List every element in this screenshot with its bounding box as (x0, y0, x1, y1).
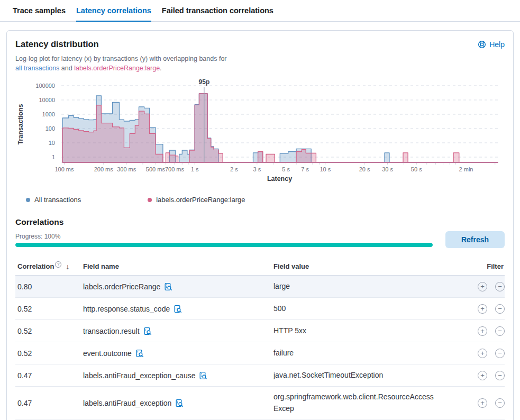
tab-label: Failed transaction correlations (162, 6, 273, 15)
inspect-field-icon[interactable] (199, 371, 207, 380)
table-row: 0.80 labels.orderPriceRange large + − (15, 276, 505, 298)
field-value: large (273, 276, 437, 297)
svg-text:2 min: 2 min (459, 166, 473, 172)
svg-text:10: 10 (49, 140, 55, 146)
svg-text:30 s: 30 s (382, 166, 393, 172)
description-conjunction: and (59, 65, 74, 72)
latency-distribution-chart[interactable]: 100000100001000100101100 ms200 ms300 ms5… (15, 79, 505, 185)
filter-in-icon[interactable]: + (478, 326, 487, 336)
field-value: java.net.SocketTimeoutException (273, 365, 437, 386)
field-name: labels.antiFraud_exception_cause (83, 371, 195, 380)
tab-failed-transaction-correlations[interactable]: Failed transaction correlations (162, 0, 273, 22)
svg-text:5 s: 5 s (282, 166, 290, 172)
filter-out-icon[interactable]: − (495, 398, 505, 408)
correlation-value: 0.80 (15, 282, 83, 291)
field-value: 500 (273, 298, 437, 319)
question-tooltip-icon[interactable]: ? (55, 261, 61, 268)
field-value: org.springframework.web.client.ResourceA… (273, 387, 437, 419)
field-value: HTTP 5xx (273, 321, 437, 342)
inspect-field-icon[interactable] (143, 327, 152, 335)
svg-text:100: 100 (45, 125, 55, 132)
all-transactions-link[interactable]: all transactions (15, 65, 59, 72)
svg-text:500 ms: 500 ms (146, 166, 166, 172)
description-period: . (160, 65, 161, 72)
field-value: failure (273, 343, 437, 364)
help-link[interactable]: Help (478, 40, 505, 49)
correlation-value: 0.52 (15, 305, 83, 313)
sort-descending-icon: ↓ (66, 262, 69, 271)
correlations-tab-bar: Trace samples Latency correlations Faile… (0, 0, 520, 22)
column-header-field-name: Field name (83, 262, 273, 270)
filter-in-icon[interactable]: + (478, 304, 487, 314)
filter-in-icon[interactable]: + (478, 282, 487, 291)
svg-text:Latency: Latency (267, 175, 292, 182)
filter-out-icon[interactable]: − (495, 304, 505, 314)
column-header-correlation[interactable]: Correlation ? ↓ (15, 262, 83, 271)
svg-text:1000: 1000 (42, 111, 55, 117)
tab-label: Latency correlations (76, 6, 151, 15)
legend-label: labels.orderPriceRange:large (156, 196, 245, 204)
correlation-header-label: Correlation (17, 262, 54, 270)
svg-text:300 ms: 300 ms (117, 166, 136, 172)
table-row: 0.47 labels.antiFraud_exception org.spri… (15, 387, 505, 419)
svg-text:1: 1 (52, 154, 55, 160)
correlation-value: 0.47 (15, 371, 83, 380)
svg-text:10 s: 10 s (320, 166, 331, 172)
filter-out-icon[interactable]: − (495, 371, 505, 380)
table-header-row: Correlation ? ↓ Field name Field value F… (15, 258, 505, 276)
help-label: Help (489, 40, 505, 49)
legend-item-order-price-range[interactable]: labels.orderPriceRange:large (148, 196, 245, 204)
inspect-field-icon[interactable] (175, 399, 184, 407)
tab-label: Trace samples (13, 6, 66, 15)
filter-in-icon[interactable]: + (478, 398, 487, 408)
filter-out-icon[interactable]: − (495, 326, 505, 336)
tab-latency-correlations[interactable]: Latency correlations (76, 0, 151, 22)
field-name: labels.antiFraud_exception (83, 399, 171, 407)
field-name: transaction.result (83, 327, 140, 335)
filter-out-icon[interactable]: − (495, 282, 505, 291)
latency-correlations-panel: Latency distribution Help Log-log plot f… (6, 30, 514, 420)
inspect-field-icon[interactable] (164, 282, 172, 291)
table-row: 0.52 transaction.result HTTP 5xx + − (15, 320, 505, 342)
correlation-value: 0.52 (15, 327, 83, 335)
table-row: 0.47 labels.antiFraud_exception_cause ja… (15, 364, 505, 387)
filter-in-icon[interactable]: + (478, 371, 487, 380)
svg-text:700 ms: 700 ms (165, 166, 185, 172)
column-header-filter: Filter (487, 262, 505, 270)
legend-dot-pink-icon (148, 198, 152, 202)
svg-text:100000: 100000 (35, 83, 55, 89)
filter-out-icon[interactable]: − (495, 349, 505, 358)
svg-text:3 s: 3 s (253, 166, 261, 172)
svg-text:1 s: 1 s (191, 166, 199, 172)
svg-text:10000: 10000 (39, 97, 55, 103)
field-name: labels.orderPriceRange (83, 282, 160, 291)
inspect-field-icon[interactable] (174, 305, 182, 313)
chart-description: Log-log plot for latency (x) by transact… (15, 54, 505, 73)
svg-text:200 ms: 200 ms (94, 166, 114, 172)
tab-trace-samples[interactable]: Trace samples (13, 0, 66, 22)
order-price-range-link[interactable]: labels.orderPriceRange:large (74, 65, 160, 72)
table-row: 0.52 event.outcome failure + − (15, 342, 505, 364)
correlation-value: 0.52 (15, 349, 83, 358)
svg-text:100 ms: 100 ms (54, 166, 74, 172)
latency-chart: 100000100001000100101100 ms200 ms300 ms5… (15, 79, 505, 185)
filter-in-icon[interactable]: + (478, 349, 487, 358)
correlations-table: Correlation ? ↓ Field name Field value F… (15, 258, 505, 419)
refresh-button[interactable]: Refresh (445, 231, 505, 248)
correlation-value: 0.47 (15, 399, 83, 407)
inspect-field-icon[interactable] (135, 349, 144, 358)
chart-legend: All transactions labels.orderPriceRange:… (15, 196, 505, 204)
svg-text:Transactions: Transactions (17, 104, 24, 144)
life-ring-help-icon (478, 40, 486, 49)
description-line1: Log-log plot for latency (x) by transact… (15, 55, 227, 62)
svg-text:7 s: 7 s (301, 166, 309, 172)
field-name: event.outcome (83, 349, 132, 358)
column-header-field-value: Field value (273, 262, 441, 270)
legend-label: All transactions (34, 196, 81, 204)
svg-text:95p: 95p (199, 79, 210, 86)
legend-item-all-transactions[interactable]: All transactions (26, 196, 81, 204)
panel-title: Latency distribution (15, 39, 99, 49)
table-row: 0.52 http.response.status_code 500 + − (15, 298, 505, 320)
svg-text:20 s: 20 s (359, 166, 370, 172)
progress-bar (15, 243, 433, 247)
